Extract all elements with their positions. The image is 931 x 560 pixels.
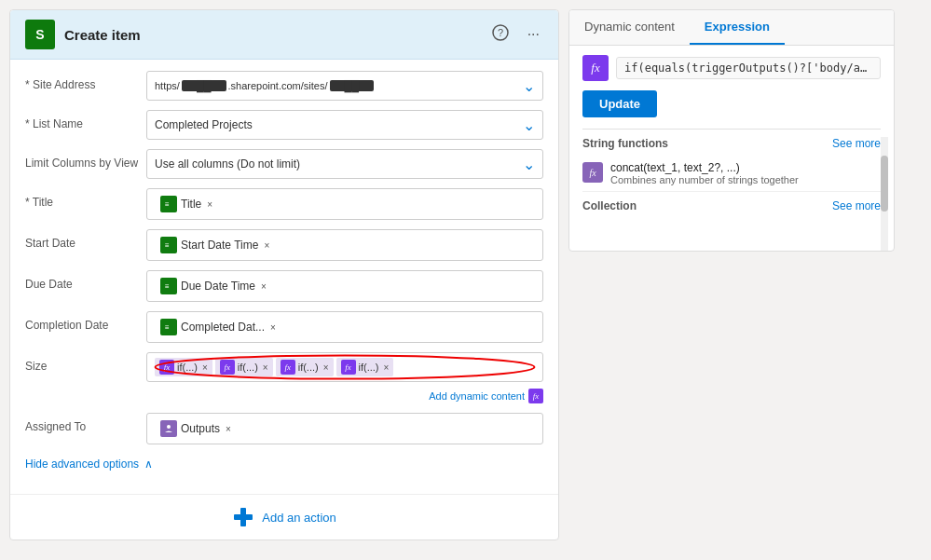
func-details-concat: concat(text_1, text_2?, ...) Combines an…: [610, 161, 799, 185]
scrollbar-thumb[interactable]: [881, 156, 888, 212]
completion-date-tag: ≡ Completed Dat... ×: [155, 317, 281, 337]
size-label: Size: [25, 352, 146, 373]
assigned-to-tag-close[interactable]: ×: [226, 424, 231, 434]
completion-date-tag-label: Completed Dat...: [181, 321, 265, 334]
completion-date-tag-close[interactable]: ×: [270, 322, 276, 333]
collection-see-more[interactable]: See more: [832, 199, 881, 212]
side-panel-body: fx if(equals(triggerOutputs()?['body/app…: [569, 46, 894, 227]
string-functions-header: String functions See more: [582, 137, 881, 150]
title-field[interactable]: ≡ Title ×: [146, 188, 543, 220]
fx-icon-3: fx: [281, 360, 295, 375]
fx-icon-1: fx: [159, 360, 174, 375]
size-expr-close-4[interactable]: ×: [384, 362, 390, 373]
scrollbar-track[interactable]: [881, 137, 888, 252]
help-icon: ?: [492, 24, 509, 41]
limit-columns-row: Limit Columns by View Use all columns (D…: [25, 149, 543, 179]
due-date-tag-close[interactable]: ×: [261, 281, 267, 292]
assigned-to-tag: Outputs ×: [155, 418, 237, 439]
assigned-to-row: Assigned To Outputs ×: [25, 413, 543, 444]
help-button[interactable]: ?: [488, 22, 513, 47]
card-footer: Add an action: [10, 494, 558, 540]
functions-scroll-area: String functions See more fx concat(text…: [582, 137, 881, 212]
svg-text:≡: ≡: [165, 200, 170, 209]
size-expr-close-3[interactable]: ×: [323, 362, 329, 373]
title-row: * Title ≡ Title ×: [25, 188, 543, 220]
sharepoint-icon: S: [25, 20, 55, 49]
limit-columns-dropdown[interactable]: Use all columns (Do not limit) ⌄: [146, 149, 543, 179]
site-address-dropdown[interactable]: https/██.sharepoint.com/sites/██ ⌄: [146, 71, 543, 101]
site-address-dropdown-arrow: ⌄: [523, 77, 535, 95]
svg-text:≡: ≡: [165, 282, 170, 291]
add-dynamic-content-link[interactable]: Add dynamic content fx: [429, 389, 543, 403]
completion-date-tag-icon: ≡: [160, 319, 177, 335]
size-expr-tag-4[interactable]: fx if(...) ×: [336, 358, 394, 376]
header-left: S Create item: [25, 20, 141, 49]
card-title: Create item: [64, 27, 141, 43]
side-panel: Dynamic content Expression fx if(equals(…: [568, 9, 895, 252]
size-field[interactable]: fx if(...) × fx if(...) × fx if(...) ×: [146, 352, 543, 382]
add-action-label: Add an action: [262, 511, 336, 525]
start-date-tag-icon: ≡: [160, 237, 177, 253]
due-date-field[interactable]: ≡ Due Date Time ×: [146, 270, 543, 302]
collection-label: Collection: [582, 199, 637, 212]
list-name-value: Completed Projects: [155, 118, 253, 131]
assigned-to-tag-label: Outputs: [181, 422, 220, 435]
start-date-row: Start Date ≡ Start Date Time ×: [25, 229, 543, 261]
start-date-label: Start Date: [25, 229, 146, 250]
site-address-row: * Site Address https/██.sharepoint.com/s…: [25, 71, 543, 101]
card-header: S Create item ? ···: [10, 10, 558, 60]
svg-text:≡: ≡: [165, 241, 170, 250]
start-date-field[interactable]: ≡ Start Date Time ×: [146, 229, 543, 261]
tab-expression[interactable]: Expression: [690, 10, 785, 45]
update-button[interactable]: Update: [582, 90, 657, 117]
due-date-tag: ≡ Due Date Time ×: [155, 276, 272, 296]
title-tag: ≡ Title ×: [155, 194, 218, 214]
size-expr-tag-1[interactable]: fx if(...) ×: [155, 358, 212, 376]
limit-columns-dropdown-arrow: ⌄: [523, 156, 535, 173]
list-name-dropdown[interactable]: Completed Projects ⌄: [146, 110, 543, 140]
site-address-value: https/██.sharepoint.com/sites/██: [155, 80, 376, 91]
size-expr-label-3: if(...): [298, 362, 319, 373]
expression-text[interactable]: if(equals(triggerOutputs()?['body/applie…: [616, 57, 881, 79]
fx-icon-4: fx: [341, 360, 356, 375]
title-tag-label: Title: [181, 198, 201, 211]
size-expr-tag-2[interactable]: fx if(...) ×: [215, 358, 273, 376]
due-date-label: Due Date: [25, 270, 146, 291]
list-name-dropdown-arrow: ⌄: [523, 116, 535, 134]
size-expr-tag-3[interactable]: fx if(...) ×: [276, 358, 334, 376]
side-panel-tabs: Dynamic content Expression: [569, 10, 894, 46]
create-item-card: S Create item ? ··· * Site Address https…: [9, 9, 559, 540]
hide-advanced-label: Hide advanced options: [25, 458, 139, 471]
add-action-button[interactable]: Add an action: [232, 506, 336, 528]
add-action-icon: [232, 506, 254, 528]
hide-advanced-options[interactable]: Hide advanced options ∧: [25, 454, 543, 474]
tab-dynamic-content[interactable]: Dynamic content: [569, 10, 690, 45]
svg-rect-14: [240, 508, 246, 526]
string-functions-label: String functions: [582, 137, 668, 150]
due-date-tag-label: Due Date Time: [181, 280, 255, 293]
svg-text:≡: ≡: [165, 323, 170, 332]
fx-label-box: fx: [582, 55, 609, 81]
limit-columns-value: Use all columns (Do not limit): [155, 157, 300, 171]
size-expr-label-2: if(...): [238, 362, 258, 373]
due-date-tag-icon: ≡: [160, 278, 177, 294]
size-expr-close-1[interactable]: ×: [202, 362, 208, 373]
assigned-to-field[interactable]: Outputs ×: [146, 413, 543, 444]
more-options-button[interactable]: ···: [524, 24, 543, 45]
fx-icon-2: fx: [220, 360, 235, 375]
func-icon-concat: fx: [582, 162, 603, 183]
start-date-tag: ≡ Start Date Time ×: [155, 235, 275, 255]
hide-advanced-chevron: ∧: [144, 458, 153, 471]
header-right: ? ···: [488, 22, 543, 47]
svg-point-12: [167, 425, 171, 429]
size-expr-label-1: if(...): [177, 362, 198, 373]
completion-date-field[interactable]: ≡ Completed Dat... ×: [146, 311, 543, 343]
func-item-concat[interactable]: fx concat(text_1, text_2?, ...) Combines…: [582, 156, 881, 192]
string-functions-see-more[interactable]: See more: [832, 137, 881, 150]
size-expr-label-4: if(...): [359, 362, 379, 373]
start-date-tag-close[interactable]: ×: [264, 240, 269, 251]
func-desc-concat: Combines any number of strings together: [610, 174, 799, 185]
size-expr-close-2[interactable]: ×: [263, 362, 268, 373]
divider: [582, 129, 881, 130]
title-tag-close[interactable]: ×: [207, 199, 212, 210]
